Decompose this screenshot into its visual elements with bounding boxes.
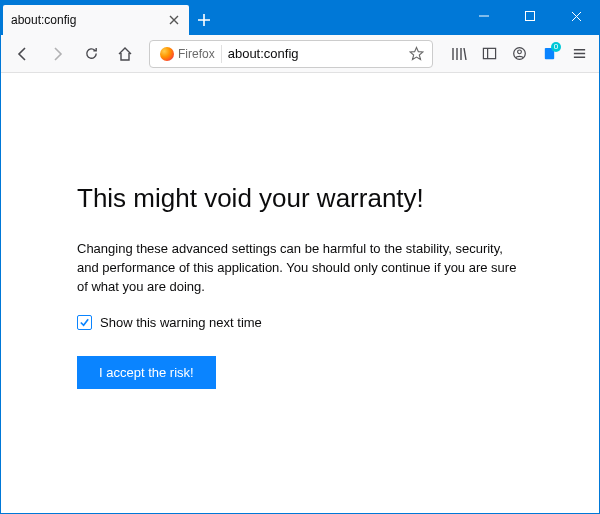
checkbox-label: Show this warning next time: [100, 315, 262, 330]
close-window-button[interactable]: [553, 1, 599, 31]
window-controls: [461, 1, 599, 31]
minimize-button[interactable]: [461, 1, 507, 31]
sidebar-icon[interactable]: [475, 39, 503, 69]
reload-button[interactable]: [75, 39, 107, 69]
toolbar-right: 0: [445, 39, 593, 69]
back-button[interactable]: [7, 39, 39, 69]
warning-page: This might void your warranty! Changing …: [1, 73, 599, 389]
address-bar[interactable]: Firefox about:config: [149, 40, 433, 68]
identity-label: Firefox: [178, 47, 215, 61]
accept-risk-button[interactable]: I accept the risk!: [77, 356, 216, 389]
show-warning-checkbox-row[interactable]: Show this warning next time: [77, 315, 523, 330]
warning-heading: This might void your warranty!: [77, 183, 523, 214]
downloads-icon[interactable]: 0: [535, 39, 563, 69]
svg-rect-1: [483, 48, 495, 58]
library-icon[interactable]: [445, 39, 473, 69]
window-titlebar: about:config: [1, 1, 599, 35]
svg-rect-0: [526, 12, 535, 21]
maximize-button[interactable]: [507, 1, 553, 31]
browser-tab[interactable]: about:config: [3, 5, 189, 35]
notification-badge: 0: [551, 42, 561, 52]
bookmark-star-icon[interactable]: [404, 46, 428, 61]
navigation-toolbar: Firefox about:config 0: [1, 35, 599, 73]
home-button[interactable]: [109, 39, 141, 69]
firefox-logo-icon: [160, 47, 174, 61]
tab-title: about:config: [11, 13, 167, 27]
site-identity[interactable]: Firefox: [154, 45, 222, 63]
menu-icon[interactable]: [565, 39, 593, 69]
forward-button[interactable]: [41, 39, 73, 69]
checkbox-icon[interactable]: [77, 315, 92, 330]
new-tab-button[interactable]: [189, 5, 219, 35]
url-text: about:config: [228, 46, 404, 61]
warning-description: Changing these advanced settings can be …: [77, 240, 523, 297]
svg-point-4: [517, 50, 521, 54]
close-tab-icon[interactable]: [167, 13, 181, 27]
account-icon[interactable]: [505, 39, 533, 69]
